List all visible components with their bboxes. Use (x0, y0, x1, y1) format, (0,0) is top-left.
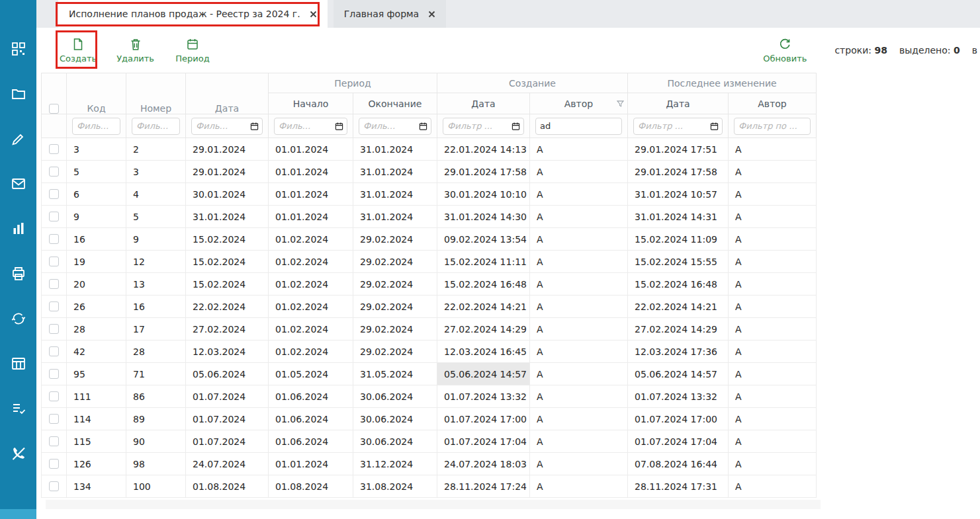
table-cell[interactable]: 17 (126, 318, 186, 340)
table-cell[interactable]: A (729, 318, 817, 340)
table-cell[interactable]: 31.01.2024 (353, 161, 437, 183)
table-cell[interactable]: A (729, 296, 817, 318)
table-cell[interactable]: 31.05.2024 (353, 363, 437, 385)
table-cell[interactable]: 42 (67, 340, 126, 363)
table-cell[interactable]: 01.07.2024 17:00 (437, 408, 530, 430)
table-cell[interactable]: 31.01.2024 (353, 183, 437, 206)
table-cell[interactable]: 29.02.2024 (353, 273, 437, 296)
table-cell[interactable]: 12.03.2024 17:36 (628, 340, 729, 363)
row-checkbox[interactable] (49, 189, 59, 199)
table-cell[interactable]: 24.07.2024 (186, 453, 269, 475)
table-cell[interactable]: 29.01.2024 (186, 138, 269, 161)
table-cell[interactable]: A (530, 206, 628, 228)
table-cell[interactable]: A (729, 363, 817, 385)
table-row[interactable]: 1269824.07.202401.01.202431.12.202424.07… (42, 453, 817, 475)
table-cell[interactable]: 29.01.2024 (186, 161, 269, 183)
row-checkbox[interactable] (49, 167, 59, 177)
table-cell[interactable]: 13 (126, 273, 186, 296)
table-cell[interactable]: A (530, 183, 628, 206)
table-cell[interactable]: 05.06.2024 14:57 (437, 363, 530, 385)
table-cell[interactable]: 31.12.2024 (353, 453, 437, 475)
table-cell[interactable]: 27.02.2024 14:29 (437, 318, 530, 340)
table-row[interactable]: 13410001.08.202401.08.202431.08.202428.1… (42, 475, 817, 498)
filter-start-input[interactable] (274, 118, 347, 135)
column-header-date[interactable]: Дата (186, 73, 269, 114)
table-cell[interactable]: 20 (67, 273, 126, 296)
table-cell[interactable]: 15.02.2024 11:11 (437, 251, 530, 273)
column-header-number[interactable]: Номер (126, 73, 186, 114)
column-header-change-date[interactable]: Дата (628, 93, 729, 114)
table-cell[interactable]: 15.02.2024 (186, 273, 269, 296)
table-cell[interactable]: 01.02.2024 (269, 228, 353, 251)
table-cell[interactable]: 01.01.2024 (269, 161, 353, 183)
table-cell[interactable]: 115 (67, 430, 126, 453)
table-cell[interactable]: 05.06.2024 14:57 (628, 363, 729, 385)
table-cell[interactable]: A (530, 318, 628, 340)
table-row[interactable]: 191215.02.202401.02.202429.02.202415.02.… (42, 251, 817, 273)
table-cell[interactable]: A (729, 340, 817, 363)
table-cell[interactable]: 22.02.2024 14:21 (628, 296, 729, 318)
table-row[interactable]: 3229.01.202401.01.202431.01.202422.01.20… (42, 138, 817, 161)
table-cell[interactable]: 111 (67, 385, 126, 408)
period-button[interactable]: Период (174, 38, 211, 63)
table-cell[interactable]: 28 (126, 340, 186, 363)
table-cell[interactable]: 16 (67, 228, 126, 251)
row-checkbox[interactable] (49, 436, 59, 446)
row-checkbox[interactable] (49, 212, 59, 221)
table-cell[interactable]: 01.06.2024 (269, 430, 353, 453)
filter-number-input[interactable] (132, 118, 180, 135)
table-cell[interactable]: A (530, 296, 628, 318)
table-cell[interactable]: 29.02.2024 (353, 296, 437, 318)
table-cell[interactable]: A (530, 228, 628, 251)
filter-creation-date-input[interactable] (443, 118, 524, 135)
row-checkbox[interactable] (49, 459, 59, 469)
table-cell[interactable]: 01.06.2024 (269, 408, 353, 430)
table-cell[interactable]: 31.01.2024 14:31 (628, 206, 729, 228)
table-cell[interactable]: 30.01.2024 (186, 183, 269, 206)
envelope-icon[interactable] (11, 176, 26, 192)
table-cell[interactable]: A (729, 408, 817, 430)
table-cell[interactable]: A (530, 430, 628, 453)
sidebar-footer-toggle[interactable] (0, 509, 36, 519)
table-cell[interactable]: 01.07.2024 17:00 (628, 408, 729, 430)
table-cell[interactable]: 2 (126, 138, 186, 161)
table-cell[interactable]: 30.01.2024 10:10 (437, 183, 530, 206)
column-header-creation-date[interactable]: Дата (437, 93, 530, 114)
table-cell[interactable]: 27.02.2024 (186, 318, 269, 340)
table-cell[interactable]: 31.01.2024 (186, 206, 269, 228)
table-cell[interactable]: 100 (126, 475, 186, 498)
table-row[interactable]: 201315.02.202401.02.202429.02.202415.02.… (42, 273, 817, 296)
table-cell[interactable]: 01.07.2024 17:04 (628, 430, 729, 453)
table-cell[interactable]: A (729, 228, 817, 251)
table-row[interactable]: 422812.03.202401.02.202429.02.202412.03.… (42, 340, 817, 363)
table-cell[interactable]: 15.02.2024 (186, 251, 269, 273)
table-row[interactable]: 16915.02.202401.02.202429.02.202409.02.2… (42, 228, 817, 251)
table-cell[interactable]: 01.01.2024 (269, 183, 353, 206)
folder-icon[interactable] (11, 86, 26, 102)
table-cell[interactable]: 95 (67, 363, 126, 385)
table-cell[interactable]: 27.02.2024 14:29 (628, 318, 729, 340)
table-cell[interactable]: 01.05.2024 (269, 363, 353, 385)
column-header-start[interactable]: Начало (269, 93, 353, 114)
table-cell[interactable]: 01.08.2024 (186, 475, 269, 498)
table-cell[interactable]: 31.01.2024 (353, 206, 437, 228)
table-cell[interactable]: 30.06.2024 (353, 430, 437, 453)
table-cell[interactable]: 22.02.2024 (186, 296, 269, 318)
table-cell[interactable]: A (729, 161, 817, 183)
table-cell[interactable]: A (530, 273, 628, 296)
table-cell[interactable]: 29.01.2024 17:58 (628, 161, 729, 183)
table-cell[interactable]: 15.02.2024 (186, 228, 269, 251)
table-cell[interactable]: 4 (126, 183, 186, 206)
row-checkbox[interactable] (49, 391, 59, 401)
table-cell[interactable]: A (530, 453, 628, 475)
table-cell[interactable]: 01.02.2024 (269, 340, 353, 363)
table-cell[interactable]: 30.06.2024 (353, 385, 437, 408)
table-cell[interactable]: 3 (126, 161, 186, 183)
bar-chart-icon[interactable] (11, 221, 26, 237)
table-cell[interactable]: 01.07.2024 13:32 (437, 385, 530, 408)
row-checkbox[interactable] (49, 234, 59, 244)
table-cell[interactable]: A (530, 363, 628, 385)
table-cell[interactable]: 6 (67, 183, 126, 206)
table-cell[interactable]: A (729, 138, 817, 161)
table-row[interactable]: 281727.02.202401.02.202429.02.202427.02.… (42, 318, 817, 340)
